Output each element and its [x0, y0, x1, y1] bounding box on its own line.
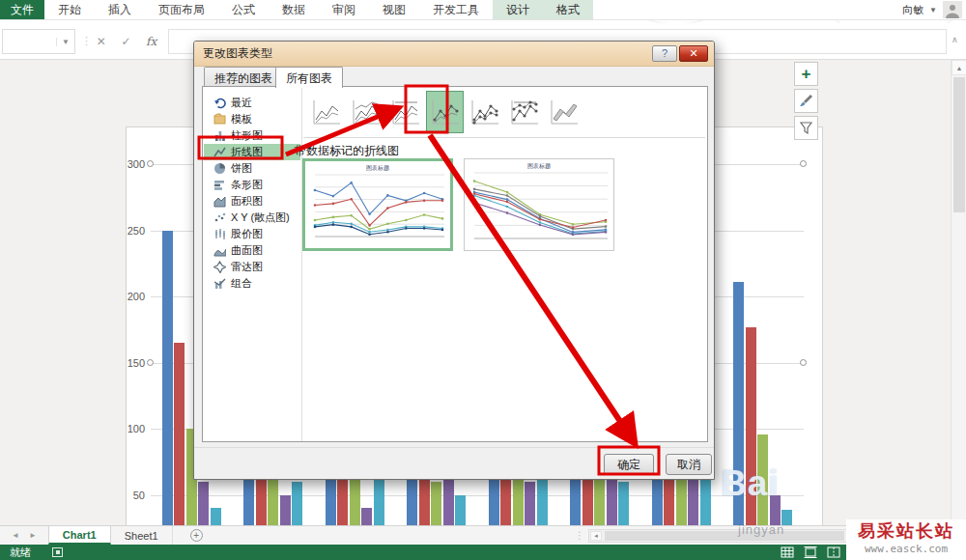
- ribbon-tabs: 开始插入页面布局公式数据审阅视图开发工具设计格式: [44, 0, 593, 19]
- chart-type-item-组合[interactable]: 组合: [204, 275, 300, 292]
- surface-chart-icon: [213, 244, 226, 257]
- chevron-down-icon[interactable]: ▼: [929, 6, 937, 14]
- scrollbar-thumb[interactable]: [605, 531, 844, 541]
- macro-record-icon[interactable]: [52, 547, 63, 557]
- sheet-tabs: Chart1Sheet1: [48, 526, 173, 545]
- template-icon: [213, 113, 226, 126]
- chart-type-item-雷达图[interactable]: 雷达图: [204, 259, 300, 275]
- scroll-up-icon[interactable]: ▲: [952, 60, 966, 75]
- recent-icon: [213, 97, 226, 109]
- chart-type-item-面积图[interactable]: 面积图: [204, 193, 300, 210]
- ribbon-tab-开发工具[interactable]: 开发工具: [419, 0, 493, 19]
- ribbon-tab-审阅[interactable]: 审阅: [319, 0, 369, 19]
- name-box[interactable]: ▼: [2, 29, 75, 54]
- subtype-stacked-line-100-icon[interactable]: [386, 91, 424, 133]
- confirm-entry-icon[interactable]: ✓: [121, 35, 130, 48]
- tab-recommended-charts[interactable]: 推荐的图表: [204, 67, 283, 87]
- chart-type-item-模板[interactable]: 模板: [204, 111, 300, 127]
- subtype-line-markers-icon[interactable]: [426, 91, 464, 133]
- page-layout-view-icon[interactable]: [804, 546, 817, 558]
- y-axis-label: 50: [120, 490, 145, 501]
- subtype-stacked-line-markers-100-icon[interactable]: [505, 91, 543, 133]
- ribbon-tab-开始[interactable]: 开始: [44, 0, 95, 19]
- scroll-left-icon[interactable]: ◄: [590, 531, 602, 541]
- chart-filters-button[interactable]: [794, 116, 818, 140]
- chart-type-item-柱形图[interactable]: 柱形图: [204, 127, 300, 144]
- dialog-content: 最近模板柱形图折线图饼图条形图面积图X Y (散点图)股价图曲面图雷达图组合 带…: [202, 86, 708, 442]
- baidu-watermark-sub: jingyan: [738, 522, 784, 537]
- vertical-scrollbar[interactable]: ▲: [951, 60, 966, 525]
- ribbon-tab-页面布局[interactable]: 页面布局: [145, 0, 218, 19]
- selection-handle[interactable]: [800, 160, 807, 167]
- new-sheet-button[interactable]: +: [190, 529, 203, 542]
- page-break-view-icon[interactable]: [827, 546, 840, 558]
- ribbon-account-area: 向敏 ▼: [902, 0, 966, 19]
- divider: [194, 447, 714, 448]
- tab-all-charts[interactable]: 所有图表: [275, 67, 343, 88]
- bar-series-1-11月[interactable]: [162, 231, 173, 560]
- selection-handle[interactable]: [147, 359, 154, 366]
- baidu-watermark: Bai: [721, 463, 780, 504]
- chart-type-item-折线图[interactable]: 折线图: [204, 144, 300, 160]
- area-chart-icon: [213, 195, 226, 208]
- prev-sheet-icon[interactable]: ◄: [12, 531, 19, 540]
- bar-chart-icon: [213, 179, 226, 191]
- collapse-formula-bar-icon[interactable]: ∧: [952, 35, 958, 44]
- chart-styles-button[interactable]: [794, 89, 818, 113]
- chart-type-label: 条形图: [231, 178, 263, 192]
- line-chart-icon: [213, 146, 226, 158]
- help-button[interactable]: ?: [652, 45, 677, 62]
- chart-subtype-row: [307, 91, 582, 133]
- ribbon-tab-格式[interactable]: 格式: [543, 0, 593, 19]
- cancel-button[interactable]: 取消: [666, 454, 712, 475]
- chevron-down-icon[interactable]: ▼: [56, 38, 74, 46]
- chart-type-item-条形图[interactable]: 条形图: [204, 177, 300, 193]
- y-axis-label: 300: [120, 158, 145, 170]
- sheet-tab-Chart1[interactable]: Chart1: [48, 526, 111, 545]
- chart-type-item-饼图[interactable]: 饼图: [204, 160, 300, 177]
- change-chart-type-dialog: 更改图表类型 ? ✕ 推荐的图表 所有图表 最近模板柱形图折线图饼图条形图面积图…: [193, 41, 715, 480]
- formula-buttons: ✕ ✓ fx: [89, 29, 164, 54]
- subtype-stacked-line-markers-icon[interactable]: [466, 91, 503, 133]
- avatar[interactable]: [943, 1, 962, 18]
- normal-view-icon[interactable]: [781, 546, 794, 558]
- chart-type-label: 饼图: [231, 161, 252, 176]
- ribbon-tab-公式[interactable]: 公式: [218, 0, 269, 19]
- insert-function-icon[interactable]: fx: [146, 35, 156, 48]
- ok-button[interactable]: 确定: [604, 454, 654, 475]
- chart-type-item-股价图[interactable]: 股价图: [204, 226, 300, 242]
- status-bar: 就绪: [0, 545, 966, 560]
- y-axis-label: 200: [120, 291, 145, 302]
- pie-chart-icon: [213, 162, 226, 175]
- dialog-title-bar[interactable]: 更改图表类型 ? ✕: [194, 42, 714, 67]
- chart-type-item-最近[interactable]: 最近: [204, 95, 300, 111]
- scrollbar-thumb[interactable]: [953, 77, 965, 212]
- ribbon-tab-数据[interactable]: 数据: [269, 0, 319, 19]
- chart-type-item-X Y (散点图)[interactable]: X Y (散点图): [204, 210, 300, 226]
- chart-type-label: 曲面图: [231, 243, 263, 258]
- ribbon-tab-设计[interactable]: 设计: [493, 0, 543, 19]
- chart-preview-alt[interactable]: 图表标题: [464, 158, 614, 251]
- column-chart-icon: [213, 129, 226, 142]
- chart-elements-button[interactable]: +: [794, 62, 818, 86]
- easck-watermark-url: www.easck.com: [846, 543, 966, 555]
- chart-type-label: X Y (散点图): [231, 210, 290, 225]
- dialog-title: 更改图表类型: [194, 45, 272, 62]
- chart-preview-selected[interactable]: 图表标题: [302, 158, 453, 251]
- user-name[interactable]: 向敏: [902, 3, 923, 17]
- cancel-entry-icon[interactable]: ✕: [97, 35, 106, 48]
- selection-handle[interactable]: [147, 160, 154, 167]
- ribbon-tab-file[interactable]: 文件: [0, 0, 44, 19]
- ribbon-tab-插入[interactable]: 插入: [95, 0, 145, 19]
- chart-type-item-曲面图[interactable]: 曲面图: [204, 242, 300, 259]
- subtype-stacked-line-icon[interactable]: [347, 91, 384, 133]
- ribbon-tab-视图[interactable]: 视图: [369, 0, 419, 19]
- close-button[interactable]: ✕: [679, 45, 708, 62]
- subtype-line-icon[interactable]: [307, 91, 345, 133]
- sheet-tab-Sheet1[interactable]: Sheet1: [111, 526, 173, 545]
- next-sheet-icon[interactable]: ►: [29, 531, 37, 540]
- bar-series-1-6月[interactable]: [733, 282, 744, 560]
- subtype-line-3d-icon[interactable]: [545, 91, 582, 133]
- y-axis-label: 100: [120, 423, 145, 434]
- selection-handle[interactable]: [800, 359, 807, 366]
